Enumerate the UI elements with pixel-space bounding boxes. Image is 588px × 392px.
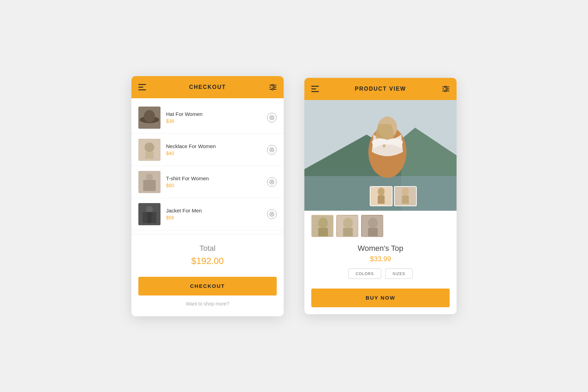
remove-hat-button[interactable] bbox=[267, 113, 277, 122]
product-title: PRODUCT VIEW bbox=[355, 86, 406, 92]
svg-point-9 bbox=[272, 84, 273, 86]
product-name: Women's Top bbox=[311, 244, 450, 253]
svg-rect-20 bbox=[145, 152, 154, 159]
svg-rect-4 bbox=[274, 85, 276, 85]
total-amount: $192.00 bbox=[138, 256, 277, 266]
svg-point-46 bbox=[444, 86, 446, 88]
svg-rect-1 bbox=[138, 86, 143, 88]
svg-rect-0 bbox=[138, 84, 146, 85]
filter-icon[interactable] bbox=[269, 83, 277, 91]
cart-item: Hat For Women $36 bbox=[131, 102, 284, 134]
total-label: Total bbox=[138, 244, 277, 253]
total-section: Total $192.00 bbox=[131, 234, 284, 277]
checkout-phone: CHECKOUT Hat For Women bbox=[131, 76, 284, 316]
product-options: COLORS SIZES bbox=[311, 268, 450, 279]
shop-more-text: Want to shop more? bbox=[131, 301, 284, 316]
product-info: Women's Top $33.99 COLORS SIZES bbox=[304, 241, 457, 289]
item-image-jacket bbox=[138, 203, 160, 225]
svg-rect-37 bbox=[311, 86, 319, 87]
item-info-necklace: Necklace For Women $40 bbox=[166, 143, 261, 156]
checkout-button[interactable]: CHECKOUT bbox=[138, 277, 277, 295]
svg-point-57 bbox=[378, 188, 385, 196]
remove-tshirt-button[interactable] bbox=[267, 177, 277, 187]
svg-rect-63 bbox=[318, 228, 328, 237]
svg-point-14 bbox=[144, 110, 155, 122]
svg-rect-33 bbox=[147, 212, 151, 223]
item-price-tshirt: $60 bbox=[166, 183, 261, 188]
item-info-hat: Hat For Women $36 bbox=[166, 111, 261, 124]
checkout-header: CHECKOUT bbox=[131, 76, 284, 98]
item-name-tshirt: T-shirt For Women bbox=[166, 175, 261, 181]
svg-rect-60 bbox=[402, 195, 409, 204]
svg-point-48 bbox=[444, 90, 446, 92]
product-main-image bbox=[304, 100, 457, 211]
item-price-necklace: $40 bbox=[166, 151, 261, 156]
thumbnail-3[interactable] bbox=[361, 215, 383, 237]
svg-rect-38 bbox=[311, 89, 316, 90]
item-image-necklace bbox=[138, 139, 160, 161]
thumbnail-1[interactable] bbox=[311, 215, 333, 237]
svg-point-31 bbox=[146, 206, 153, 213]
menu-icon[interactable] bbox=[311, 86, 319, 92]
sizes-button[interactable]: SIZES bbox=[385, 268, 413, 279]
thumbnail-2[interactable] bbox=[336, 215, 358, 237]
checkout-title: CHECKOUT bbox=[189, 84, 226, 90]
svg-point-19 bbox=[145, 143, 154, 152]
svg-rect-5 bbox=[269, 87, 271, 88]
svg-rect-66 bbox=[343, 228, 353, 237]
svg-point-68 bbox=[368, 218, 378, 229]
svg-rect-8 bbox=[274, 89, 276, 90]
remove-jacket-button[interactable] bbox=[267, 209, 277, 219]
buy-now-button[interactable]: BUY NOW bbox=[311, 289, 450, 307]
filter-icon[interactable] bbox=[442, 85, 450, 93]
remove-necklace-button[interactable] bbox=[267, 145, 277, 155]
product-phone: PRODUCT VIEW bbox=[304, 78, 457, 314]
svg-rect-41 bbox=[447, 86, 449, 87]
svg-rect-69 bbox=[368, 228, 378, 237]
cart-item: T-shirt For Women $60 bbox=[131, 166, 284, 198]
svg-point-10 bbox=[273, 86, 275, 88]
svg-point-11 bbox=[272, 88, 273, 90]
cart-item: Jacket For Men $56 bbox=[131, 198, 284, 230]
item-price-hat: $36 bbox=[166, 118, 261, 124]
cart-list: Hat For Women $36 Necklace For Women $40 bbox=[131, 98, 284, 234]
item-info-tshirt: T-shirt For Women $60 bbox=[166, 175, 261, 188]
svg-point-65 bbox=[343, 218, 353, 229]
product-price: $33.99 bbox=[311, 255, 450, 263]
product-header: PRODUCT VIEW bbox=[304, 78, 457, 100]
item-image-hat bbox=[138, 107, 160, 129]
item-info-jacket: Jacket For Men $56 bbox=[166, 208, 261, 220]
svg-point-47 bbox=[446, 88, 448, 90]
cart-item: Necklace For Women $40 bbox=[131, 134, 284, 166]
svg-rect-42 bbox=[442, 89, 444, 89]
item-name-necklace: Necklace For Women bbox=[166, 143, 261, 149]
menu-icon[interactable] bbox=[138, 84, 146, 90]
svg-rect-2 bbox=[138, 89, 146, 90]
item-name-jacket: Jacket For Men bbox=[166, 208, 261, 213]
thumbnail-row bbox=[304, 211, 457, 241]
colors-button[interactable]: COLORS bbox=[348, 268, 381, 279]
item-name-hat: Hat For Women bbox=[166, 111, 261, 117]
svg-point-59 bbox=[402, 188, 409, 196]
svg-point-25 bbox=[146, 174, 153, 181]
svg-point-62 bbox=[318, 218, 328, 229]
item-price-jacket: $56 bbox=[166, 215, 261, 220]
item-image-tshirt bbox=[138, 171, 160, 193]
svg-rect-26 bbox=[143, 180, 156, 191]
svg-rect-39 bbox=[311, 91, 319, 92]
svg-rect-58 bbox=[378, 195, 385, 204]
svg-rect-45 bbox=[447, 91, 449, 91]
